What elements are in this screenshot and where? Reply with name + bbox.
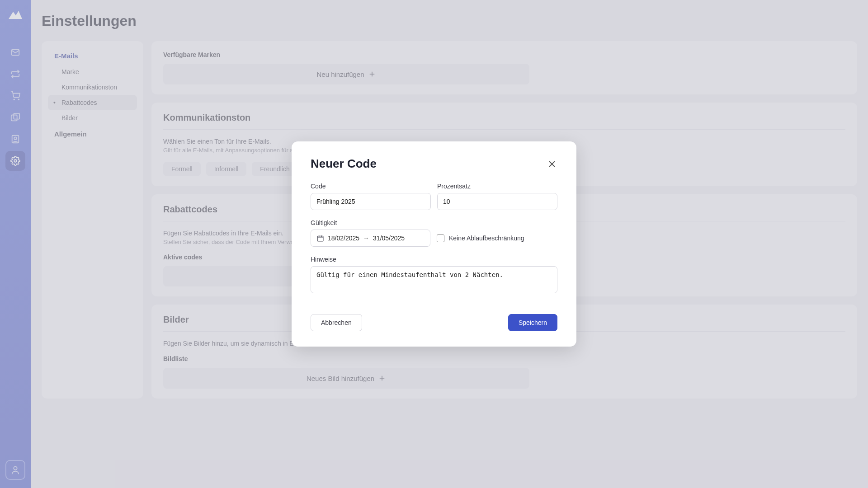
modal-title: Neuer Code xyxy=(311,157,377,171)
percent-label: Prozentsatz xyxy=(437,183,557,190)
close-icon[interactable] xyxy=(547,159,557,169)
arrow-right-icon: → xyxy=(363,235,369,242)
calendar-icon xyxy=(316,235,324,242)
date-end: 31/05/2025 xyxy=(373,235,405,242)
no-expiry-label: Keine Ablaufbeschränkung xyxy=(449,235,524,242)
validity-label: Gültigkeit xyxy=(311,219,430,226)
code-input[interactable] xyxy=(311,193,431,210)
percent-input[interactable] xyxy=(437,193,557,210)
no-expiry-checkbox-row[interactable]: Keine Ablaufbeschränkung xyxy=(437,230,524,247)
cancel-button[interactable]: Abbrechen xyxy=(311,314,362,331)
save-button[interactable]: Speichern xyxy=(508,314,557,331)
modal-overlay: Neuer Code Code Prozentsatz Gültigkeit 1… xyxy=(0,0,868,488)
new-code-modal: Neuer Code Code Prozentsatz Gültigkeit 1… xyxy=(292,141,576,347)
hints-textarea[interactable] xyxy=(311,266,557,293)
svg-rect-9 xyxy=(317,236,323,241)
date-start: 18/02/2025 xyxy=(328,235,359,242)
date-range-input[interactable]: 18/02/2025 → 31/05/2025 xyxy=(311,230,430,247)
no-expiry-checkbox[interactable] xyxy=(437,235,444,242)
code-label: Code xyxy=(311,183,431,190)
hints-label: Hinweise xyxy=(311,256,557,263)
